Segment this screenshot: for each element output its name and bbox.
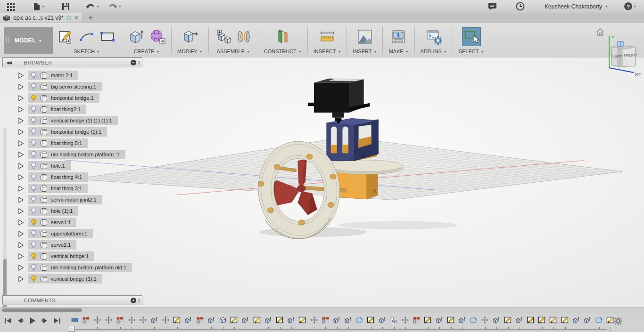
timeline-feature-move[interactable] <box>137 315 149 324</box>
timeline-feature-sketch[interactable] <box>502 315 513 324</box>
group-label[interactable]: CONSTRUCT <box>264 49 297 54</box>
timeline-feature-sketch[interactable] <box>251 315 263 324</box>
timeline-feature-sketch[interactable] <box>548 315 559 324</box>
document-tab[interactable]: epic as c...s v21 v3* ✕ <box>0 13 83 23</box>
timeline-feature-component[interactable] <box>194 315 206 324</box>
browser-item[interactable]: hole:1 <box>0 160 151 171</box>
timeline-feature-extrude[interactable] <box>343 315 354 324</box>
browser-item[interactable]: float thing2:1 <box>0 104 151 115</box>
timeline-scrollbar-thumb[interactable] <box>2 308 82 312</box>
assemble-joint-button[interactable] <box>235 28 252 45</box>
group-label[interactable]: ASSEMBLE <box>217 49 245 54</box>
visibility-bulb-icon[interactable] <box>31 105 37 113</box>
browser-item[interactable]: horizontal bridge:1 <box>0 92 151 104</box>
new-component-button[interactable] <box>215 28 231 45</box>
visibility-bulb-icon[interactable] <box>31 128 37 136</box>
browser-item[interactable]: upperplatform:1 <box>0 228 151 239</box>
browser-item[interactable]: float thing 5:1 <box>0 138 151 149</box>
expand-arrow-icon[interactable] <box>17 162 25 170</box>
new-tab-button[interactable]: + <box>83 13 99 23</box>
timeline-feature-sketch[interactable] <box>274 315 285 324</box>
timeline-feature-extrude[interactable] <box>570 315 582 324</box>
timeline-feature-bars[interactable] <box>69 315 80 324</box>
insert-button[interactable] <box>356 28 373 45</box>
save-button[interactable] <box>59 1 73 11</box>
create-sketch-button[interactable] <box>58 28 74 45</box>
visibility-bulb-icon[interactable] <box>31 83 37 90</box>
app-grid-button[interactable] <box>4 1 18 12</box>
browser-item[interactable]: veritical bridge (1) (1) (1):1 <box>0 115 151 126</box>
visibility-bulb-icon[interactable] <box>31 230 37 237</box>
visibility-bulb-icon[interactable] <box>31 173 37 181</box>
workspace-selector[interactable]: || MODEL ▼ <box>4 27 53 54</box>
visibility-bulb-icon[interactable] <box>31 241 37 249</box>
make-button[interactable] <box>390 28 407 45</box>
visibility-bulb-icon[interactable] <box>31 207 37 215</box>
visibility-bulb-icon[interactable] <box>31 162 37 170</box>
browser-item[interactable]: veritical bridge:1 <box>0 251 151 262</box>
visibility-bulb-icon[interactable] <box>31 139 37 147</box>
timeline-feature-move[interactable] <box>399 315 411 324</box>
timeline-feature-move[interactable] <box>160 315 172 324</box>
panel-grip-icon[interactable]: ‖ <box>138 60 140 65</box>
redo-button[interactable]: ▼ <box>105 2 124 11</box>
job-status-button[interactable] <box>513 1 528 12</box>
expand-arrow-icon[interactable] <box>17 174 25 181</box>
addins-button[interactable] <box>425 28 442 45</box>
timeline-feature-component[interactable] <box>411 315 422 324</box>
timeline-feature-sketch[interactable] <box>525 315 537 324</box>
undo-button[interactable]: ▼ <box>83 2 102 11</box>
viewcube-home-icon[interactable] <box>597 29 603 35</box>
timeline-feature-extrude[interactable] <box>456 315 468 324</box>
browser-item[interactable]: hole (1):1 <box>0 205 151 217</box>
viewcube-top-cube-icon[interactable] <box>618 41 623 46</box>
timeline-feature-sketch[interactable] <box>559 315 570 324</box>
visibility-bulb-icon[interactable] <box>31 219 37 226</box>
expand-arrow-icon[interactable] <box>17 196 25 203</box>
add-comment-icon[interactable]: + <box>131 298 136 303</box>
timeline-feature-sketch[interactable] <box>422 315 434 324</box>
file-menu-button[interactable]: ▼ <box>30 1 48 12</box>
timeline-feature-component[interactable] <box>320 315 331 324</box>
browser-panel-header[interactable]: ◀◀ BROWSER − ‖ <box>2 57 142 67</box>
expand-arrow-icon[interactable] <box>17 219 25 226</box>
expand-arrow-icon[interactable] <box>17 95 25 102</box>
press-pull-button[interactable] <box>182 28 198 45</box>
group-label[interactable]: SELECT <box>459 49 479 54</box>
timeline-feature-extrude[interactable] <box>434 315 445 324</box>
timeline-position-marker[interactable]: + <box>69 326 75 332</box>
collaborate-button[interactable] <box>485 1 500 11</box>
collapse-panel-icon[interactable]: ◀◀ <box>3 60 11 65</box>
timeline-feature-fillet[interactable] <box>354 315 365 324</box>
viewcube[interactable]: Y Z LEFT FRONT <box>590 24 643 77</box>
expand-arrow-icon[interactable] <box>17 208 25 215</box>
visibility-bulb-icon[interactable] <box>31 275 37 283</box>
panel-grip-icon[interactable]: ‖ <box>138 298 140 303</box>
user-account-button[interactable]: Kousheek Chakraborty ▼ <box>540 2 611 11</box>
go-to-start-button[interactable] <box>4 316 12 325</box>
visibility-bulb-icon[interactable] <box>31 151 37 158</box>
expand-arrow-icon[interactable] <box>17 117 25 124</box>
visibility-bulb-icon[interactable] <box>31 117 37 124</box>
create-form-button[interactable] <box>149 28 165 45</box>
expand-arrow-icon[interactable] <box>17 83 25 90</box>
expand-arrow-icon[interactable] <box>17 264 25 271</box>
timeline-feature-extrude[interactable] <box>331 315 342 324</box>
timeline-scrollbar-track[interactable] <box>0 307 644 313</box>
browser-item[interactable]: servo motor joint2:1 <box>0 194 151 205</box>
rectangle-button[interactable] <box>99 28 116 45</box>
construction-plane-button[interactable] <box>274 28 291 45</box>
group-label[interactable]: CREATE <box>134 49 155 54</box>
group-label[interactable]: INSPECT <box>314 49 336 54</box>
browser-item[interactable]: rim holding bottom platform old:1 <box>0 262 151 273</box>
expand-arrow-icon[interactable] <box>17 242 25 249</box>
measure-button[interactable] <box>319 28 336 45</box>
timeline-feature-component[interactable] <box>80 315 91 324</box>
step-forward-button[interactable] <box>41 316 49 325</box>
timeline-feature-extrude[interactable] <box>513 315 525 324</box>
timeline-feature-sketch[interactable] <box>365 315 377 324</box>
group-label[interactable]: MAKE <box>388 49 403 54</box>
timeline-feature-extrude[interactable] <box>240 315 251 324</box>
browser-item[interactable]: servo1:1 <box>0 217 151 228</box>
timeline-feature-extrude[interactable] <box>149 315 160 324</box>
